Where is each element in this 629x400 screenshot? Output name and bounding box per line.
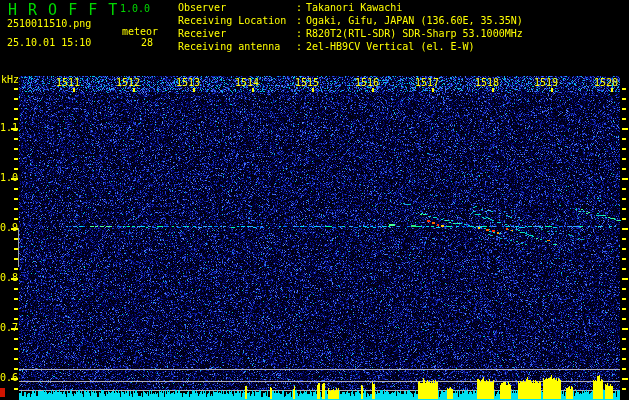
freq-tick-label: 0.8: [0, 273, 14, 283]
freq-tick-label: 0.9: [0, 223, 14, 233]
info-value: Takanori Kawachi: [306, 2, 402, 13]
output-filename: 2510011510.png: [7, 18, 91, 29]
time-tick-label: 1513: [175, 78, 201, 88]
freq-axis-unit-label: kHz: [1, 74, 19, 85]
app-title: H R O F F T: [8, 1, 118, 19]
datetime-label: 25.10.01 15:10: [7, 37, 91, 48]
info-value: Ogaki, Gifu, JAPAN (136.60E, 35.35N): [306, 15, 523, 26]
info-separator: :: [296, 15, 306, 26]
mode-label: meteor: [122, 26, 158, 37]
info-separator: :: [296, 2, 306, 13]
info-label: Observer: [178, 2, 296, 13]
echo-count: 28: [141, 37, 153, 48]
info-value: R820T2(RTL-SDR) SDR-Sharp 53.1000MHz: [306, 28, 523, 39]
info-row: Observer:Takanori Kawachi: [178, 2, 523, 15]
time-tick-label: 1515: [294, 78, 320, 88]
freq-tick-label: 0.6: [0, 373, 14, 383]
time-tick-label: 1517: [414, 78, 440, 88]
time-tick-label: 1520: [593, 78, 619, 88]
time-tick-label: 1519: [533, 78, 559, 88]
info-row: Receiver:R820T2(RTL-SDR) SDR-Sharp 53.10…: [178, 28, 523, 41]
spectrogram-canvas: [0, 0, 629, 400]
time-tick-label: 1511: [55, 78, 81, 88]
info-row: Receiving Location:Ogaki, Gifu, JAPAN (1…: [178, 15, 523, 28]
time-tick-label: 1516: [354, 78, 380, 88]
app-version: 1.0.0: [120, 3, 150, 14]
freq-tick-label: 1.1: [0, 123, 14, 133]
info-separator: :: [296, 41, 306, 52]
hrofft-window: H R O F F T 1.0.0 2510011510.png meteor …: [0, 0, 629, 400]
freq-tick-label: 1.0: [0, 173, 14, 183]
info-value: 2el-HB9CV Vertical (el. E-W): [306, 41, 475, 52]
time-tick-label: 1518: [474, 78, 500, 88]
freq-tick-label: 0.7: [0, 323, 14, 333]
info-label: Receiving Location: [178, 15, 296, 26]
info-label: Receiving antenna: [178, 41, 296, 52]
info-label: Receiver: [178, 28, 296, 39]
time-tick-label: 1514: [234, 78, 260, 88]
time-tick-label: 1512: [115, 78, 141, 88]
station-info: Observer:Takanori KawachiReceiving Locat…: [178, 2, 523, 54]
info-row: Receiving antenna:2el-HB9CV Vertical (el…: [178, 41, 523, 54]
info-separator: :: [296, 28, 306, 39]
